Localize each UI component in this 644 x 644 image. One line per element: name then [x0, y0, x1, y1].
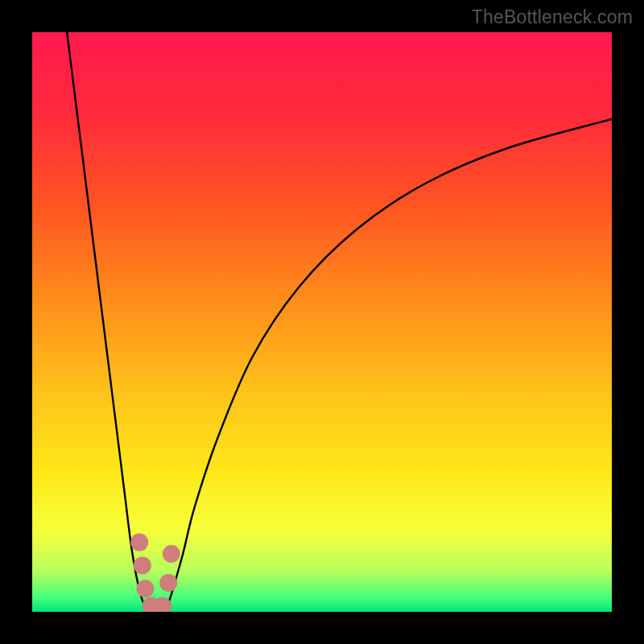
chart-frame: TheBottleneck.com [0, 0, 644, 644]
watermark-text: TheBottleneck.com [472, 6, 633, 28]
marker-dot [136, 580, 154, 597]
plot-area [32, 32, 612, 612]
marker-dot [134, 556, 151, 574]
curve-layer [32, 32, 612, 612]
curve-left-branch [67, 32, 148, 612]
marker-dot [130, 534, 148, 551]
trough-markers [130, 534, 180, 612]
marker-dot [163, 545, 180, 563]
marker-dot [159, 574, 177, 592]
curve-right-branch [166, 119, 612, 612]
